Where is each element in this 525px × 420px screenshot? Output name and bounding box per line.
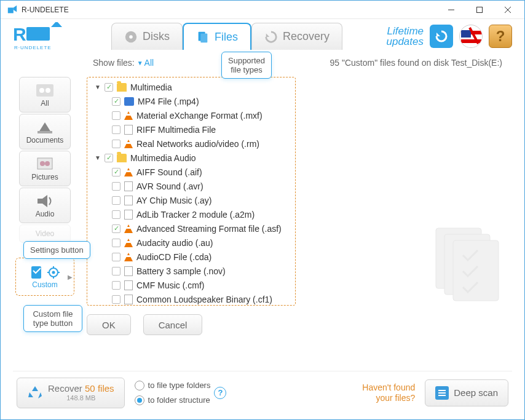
tree-item[interactable]: MP4 File (.mp4): [91, 94, 291, 108]
close-button[interactable]: [494, 1, 522, 19]
tree-item[interactable]: Audacity audio (.au): [91, 236, 291, 250]
checkbox[interactable]: [105, 83, 113, 92]
radio-folder-structure[interactable]: to folder structure: [135, 395, 211, 405]
svg-rect-13: [461, 30, 471, 38]
item-label: AdLib Tracker 2 module (.a2m): [136, 210, 255, 220]
checkbox[interactable]: [112, 125, 120, 134]
svg-point-16: [45, 88, 50, 93]
category-all[interactable]: All: [19, 77, 71, 113]
radio-label: to folder structure: [148, 395, 210, 405]
checkbox[interactable]: [112, 168, 120, 176]
chevron-right-icon[interactable]: ▶: [68, 274, 73, 280]
tab-label: Recovery: [283, 30, 330, 43]
item-label: RIFF Multimedia File: [136, 125, 216, 135]
category-audio[interactable]: Audio: [19, 188, 71, 223]
tree-item[interactable]: RIFF Multimedia File: [91, 122, 291, 137]
tree-item[interactable]: Real Networks audio/video (.rm): [91, 137, 291, 151]
svg-rect-6: [26, 27, 50, 41]
tree-item[interactable]: AIFF Sound (.aif): [91, 165, 291, 179]
category-custom[interactable]: Custom ▶: [15, 258, 74, 296]
recover-count: 50 files: [85, 383, 114, 394]
vlc-icon: [124, 111, 133, 120]
tooltip-custom: Custom file type button: [23, 305, 82, 332]
checkbox[interactable]: [105, 154, 113, 162]
tree-group[interactable]: ▼ Multimedia: [91, 80, 291, 94]
settings-gear-button[interactable]: [47, 266, 60, 279]
show-files-value[interactable]: All: [144, 58, 154, 68]
checkbox[interactable]: [112, 140, 120, 148]
main-tabs: Disks Files Recovery: [111, 23, 342, 50]
item-label: Audacity audio (.au): [136, 238, 213, 248]
ok-button[interactable]: OK: [87, 314, 131, 335]
category-label: Video: [36, 229, 54, 238]
tab-recovery[interactable]: Recovery: [251, 23, 342, 50]
language-button[interactable]: [459, 25, 483, 48]
info-button[interactable]: ?: [214, 387, 226, 399]
tree-item[interactable]: AudioCD File (.cda): [91, 250, 291, 264]
question-icon: ?: [496, 28, 505, 45]
tree-item[interactable]: AY Chip Music (.ay): [91, 193, 291, 207]
radio-icon: [135, 381, 144, 390]
checkbox[interactable]: [112, 111, 120, 120]
checkbox[interactable]: [112, 182, 120, 191]
tree-item[interactable]: AdLib Tracker 2 module (.a2m): [91, 207, 291, 221]
tree-item[interactable]: Material eXchange Format (.mxf): [91, 108, 291, 122]
category-label: Audio: [36, 210, 55, 218]
checkbox[interactable]: [112, 267, 120, 275]
item-label: CMF Music (.cmf): [136, 280, 204, 290]
item-label: AY Chip Music (.ay): [136, 196, 211, 205]
svg-point-15: [39, 88, 44, 93]
help-button[interactable]: ?: [489, 25, 512, 48]
audio-icon: [35, 192, 55, 210]
checkbox[interactable]: [112, 196, 120, 205]
tree-item[interactable]: Battery 3 sample (.nov): [91, 264, 291, 278]
tab-disks[interactable]: Disks: [111, 23, 183, 50]
cancel-button[interactable]: Cancel: [143, 314, 203, 335]
minimize-button[interactable]: [437, 1, 465, 19]
refresh-icon: [434, 29, 449, 44]
tree-item[interactable]: CMF Music (.cmf): [91, 278, 291, 292]
custom-icon: [30, 264, 44, 280]
checkbox[interactable]: [112, 239, 120, 247]
updates-button[interactable]: [430, 25, 453, 48]
footer: Recover 50 files 148.8 MB to file type f…: [13, 371, 512, 414]
chevron-down-icon[interactable]: ▼: [137, 60, 143, 66]
svg-text:R·UNDELETE: R·UNDELETE: [14, 45, 52, 50]
category-label: Custom: [32, 280, 57, 289]
category-video[interactable]: Video: [19, 224, 71, 243]
radio-file-type-folders[interactable]: to file type folders: [135, 381, 211, 390]
category-documents[interactable]: Documents: [19, 114, 71, 149]
deep-scan-icon: [435, 386, 449, 400]
collapse-toggle[interactable]: ▼: [95, 84, 101, 90]
recover-button[interactable]: Recover 50 files 148.8 MB: [17, 378, 125, 408]
recycle-icon: [27, 385, 43, 401]
document-stack-decoration: [432, 224, 506, 304]
category-label: Documents: [26, 136, 64, 145]
svg-rect-17: [38, 131, 52, 133]
file-icon: [124, 181, 133, 191]
checkbox[interactable]: [112, 210, 120, 219]
file-type-tree[interactable]: ▼ Multimedia MP4 File (.mp4) Material eX…: [87, 77, 296, 306]
checkbox[interactable]: [112, 253, 120, 261]
app-icon: [7, 4, 18, 15]
tree-item[interactable]: Common Loudspeaker Binary (.cf1): [91, 292, 291, 306]
checkbox[interactable]: [112, 281, 120, 290]
checkbox[interactable]: [112, 97, 120, 106]
deep-scan-button[interactable]: Deep scan: [425, 379, 508, 406]
tab-files[interactable]: Files: [183, 23, 251, 50]
collapse-toggle[interactable]: ▼: [95, 154, 101, 161]
vlc-icon: [124, 168, 133, 176]
tree-item[interactable]: Advanced Streaming Format file (.asf): [91, 221, 291, 236]
havent-found-link[interactable]: Haven't found your files?: [362, 382, 415, 403]
tree-group[interactable]: ▼ Multimedia Audio: [91, 151, 291, 165]
tree-item[interactable]: AVR Sound (.avr): [91, 179, 291, 193]
file-icon: [124, 210, 133, 220]
show-files-label: Show files:: [93, 58, 135, 68]
category-pictures[interactable]: Pictures: [19, 151, 71, 186]
radio-label: to file type folders: [148, 381, 211, 390]
tab-label: Files: [215, 31, 238, 44]
maximize-button[interactable]: [465, 1, 494, 19]
status-text: 95 "Custom" files found on disk Test_Dis…: [330, 58, 502, 68]
checkbox[interactable]: [112, 224, 120, 233]
checkbox[interactable]: [112, 295, 120, 304]
